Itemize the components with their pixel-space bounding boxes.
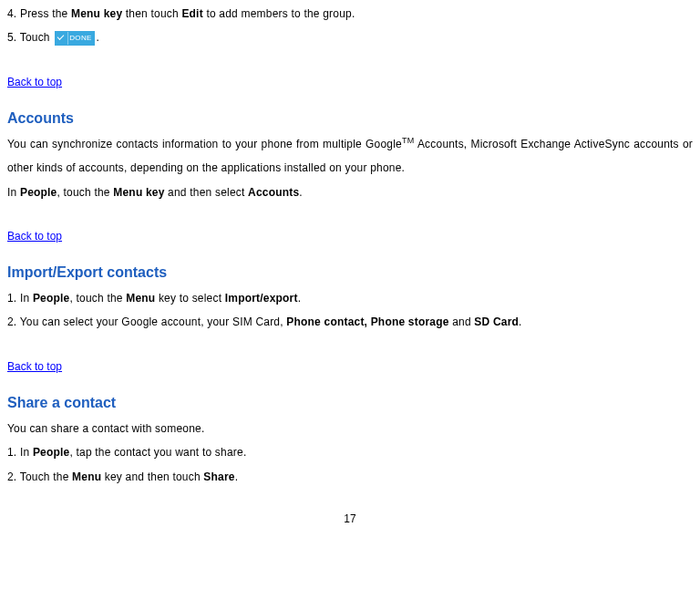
text: and then select bbox=[165, 186, 248, 199]
check-icon bbox=[55, 32, 68, 45]
text: , tap the contact you want to share. bbox=[69, 446, 246, 459]
import-export-heading: Import/Export contacts bbox=[7, 264, 693, 281]
accounts-heading: Accounts bbox=[7, 110, 693, 127]
accounts-label: Accounts bbox=[248, 186, 299, 199]
step-5: 5. Touch DONE. bbox=[7, 26, 693, 49]
share-label: Share bbox=[203, 470, 234, 483]
text: . bbox=[519, 315, 522, 328]
menu-key-label: Menu key bbox=[113, 186, 164, 199]
accounts-paragraph-1: You can synchronize contacts information… bbox=[7, 132, 693, 181]
text: , touch the bbox=[57, 186, 114, 199]
done-button-icon: DONE bbox=[55, 31, 94, 46]
text: 2. You can select your Google account, y… bbox=[7, 315, 286, 328]
text: and bbox=[449, 315, 475, 328]
sd-card-label: SD Card bbox=[474, 315, 519, 328]
back-to-top-link[interactable]: Back to top bbox=[7, 360, 62, 373]
trademark-symbol: TM bbox=[402, 136, 414, 145]
import-step-1: 1. In People, touch the Menu key to sele… bbox=[7, 286, 693, 310]
import-export-label: Import/export bbox=[225, 292, 298, 305]
text: 2. Touch the bbox=[7, 470, 72, 483]
share-contact-heading: Share a contact bbox=[7, 395, 693, 411]
done-label: DONE bbox=[69, 30, 91, 47]
menu-label: Menu bbox=[126, 292, 155, 305]
text: You can synchronize contacts information… bbox=[7, 138, 402, 150]
text: . bbox=[298, 292, 302, 305]
edit-label: Edit bbox=[181, 7, 202, 20]
share-step-1: 1. In People, tap the contact you want t… bbox=[7, 440, 693, 464]
text: 4. Press the bbox=[7, 7, 71, 20]
text: In bbox=[7, 186, 20, 199]
document-page: 4. Press the Menu key then touch Edit to… bbox=[0, 0, 700, 532]
menu-key-label: Menu key bbox=[71, 7, 122, 20]
text: 5. Touch bbox=[7, 31, 53, 44]
people-label: People bbox=[20, 186, 57, 199]
text: then touch bbox=[122, 7, 181, 20]
accounts-paragraph-2: In People, touch the Menu key and then s… bbox=[7, 181, 693, 204]
share-step-2: 2. Touch the Menu key and then touch Sha… bbox=[7, 465, 693, 489]
people-label: People bbox=[33, 446, 70, 459]
text: . bbox=[299, 186, 303, 199]
text: . bbox=[235, 470, 239, 483]
text: , touch the bbox=[69, 292, 126, 305]
text: 1. In bbox=[7, 292, 33, 305]
back-to-top-link[interactable]: Back to top bbox=[7, 76, 62, 88]
text: . bbox=[97, 31, 100, 44]
text: key to select bbox=[155, 292, 224, 305]
back-to-top-link[interactable]: Back to top bbox=[7, 230, 62, 243]
text: 1. In bbox=[7, 446, 33, 459]
menu-label: Menu bbox=[72, 470, 101, 483]
step-4: 4. Press the Menu key then touch Edit to… bbox=[7, 2, 693, 26]
share-paragraph: You can share a contact with someone. bbox=[7, 417, 693, 440]
people-label: People bbox=[33, 292, 70, 305]
import-step-2: 2. You can select your Google account, y… bbox=[7, 310, 693, 334]
text: key and then touch bbox=[101, 470, 203, 483]
page-number: 17 bbox=[7, 512, 693, 525]
phone-contact-label: Phone contact, Phone storage bbox=[286, 315, 448, 328]
text: to add members to the group. bbox=[203, 7, 355, 20]
